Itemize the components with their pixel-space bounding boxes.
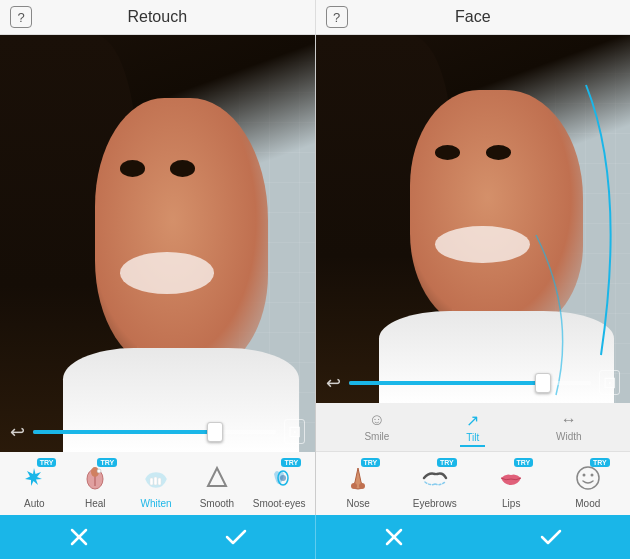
heal-icon: TRY: [77, 460, 113, 496]
whiten-label: Whiten: [141, 498, 172, 509]
right-bottom-panel: [315, 515, 631, 559]
eyebrows-try-badge: TRY: [437, 458, 457, 467]
width-tab-label: Width: [556, 431, 582, 442]
tool-smootheyes[interactable]: TRY Smoot·eyes: [253, 460, 306, 509]
face-tab-smile[interactable]: ☺ Smile: [358, 409, 395, 447]
left-confirm-button[interactable]: [218, 519, 254, 555]
right-copy-btn[interactable]: ⊡: [599, 370, 620, 395]
right-photo-area: ↩ ⊡: [316, 35, 630, 403]
smile-icon: ☺: [369, 411, 385, 429]
smile-tab-label: Smile: [364, 431, 389, 442]
right-tools-row: TRY Nose TRY Eyebrows: [316, 452, 630, 515]
mood-label: Mood: [575, 498, 600, 509]
right-slider-thumb[interactable]: [535, 373, 551, 393]
tool-auto[interactable]: TRY Auto: [9, 460, 59, 509]
tilt-icon: ↗: [466, 411, 479, 430]
right-panel-header: ? Face: [315, 0, 631, 34]
svg-point-11: [359, 483, 365, 489]
left-help-button[interactable]: ?: [10, 6, 32, 28]
lips-label: Lips: [502, 498, 520, 509]
tool-mood[interactable]: TRY Mood: [563, 460, 613, 509]
auto-icon: TRY: [16, 460, 52, 496]
face-tab-width[interactable]: ↔ Width: [550, 409, 588, 447]
mood-icon: TRY: [570, 460, 606, 496]
svg-point-9: [280, 475, 286, 481]
right-help-button[interactable]: ?: [326, 6, 348, 28]
nose-icon: TRY: [340, 460, 376, 496]
svg-point-10: [351, 483, 357, 489]
smootheyes-try-badge: TRY: [281, 458, 301, 467]
eyebrows-icon: TRY: [417, 460, 453, 496]
top-bar: ? Retouch ? Face: [0, 0, 630, 35]
left-panel-header: ? Retouch: [0, 0, 315, 34]
svg-point-12: [577, 467, 599, 489]
right-undo-btn[interactable]: ↩: [326, 372, 341, 394]
left-panel-title: Retouch: [127, 8, 187, 26]
left-copy-btn[interactable]: ⊡: [284, 419, 305, 444]
svg-point-13: [582, 474, 585, 477]
left-tools-row: TRY Auto TRY Heal: [0, 452, 315, 515]
tool-smooth[interactable]: Smooth: [192, 460, 242, 509]
left-undo-btn[interactable]: ↩: [10, 421, 25, 443]
svg-point-14: [590, 474, 593, 477]
nose-label: Nose: [347, 498, 370, 509]
right-confirm-button[interactable]: [533, 519, 569, 555]
tilt-tab-label: Tilt: [466, 432, 479, 443]
main-content: ↩ ⊡ TRY: [0, 35, 630, 515]
face-tabs: ☺ Smile ↗ Tilt ↔ Width: [316, 403, 630, 452]
left-cancel-button[interactable]: [61, 519, 97, 555]
width-icon: ↔: [561, 411, 577, 429]
heal-try-badge: TRY: [97, 458, 117, 467]
whiten-icon: [138, 460, 174, 496]
auto-try-badge: TRY: [37, 458, 57, 467]
tool-heal[interactable]: TRY Heal: [70, 460, 120, 509]
right-cancel-button[interactable]: [376, 519, 412, 555]
svg-rect-4: [150, 478, 153, 485]
left-photo-area: ↩ ⊡: [0, 35, 315, 452]
svg-marker-7: [208, 468, 226, 486]
right-photo-panel: ↩ ⊡ ☺ Smile ↗ Tilt: [315, 35, 630, 515]
left-photo-panel: ↩ ⊡ TRY: [0, 35, 315, 515]
left-slider-thumb[interactable]: [207, 422, 223, 442]
lips-try-badge: TRY: [514, 458, 534, 467]
svg-point-3: [97, 469, 101, 473]
heal-label: Heal: [85, 498, 106, 509]
smootheyes-label: Smoot·eyes: [253, 498, 306, 509]
nose-try-badge: TRY: [361, 458, 381, 467]
smooth-label: Smooth: [200, 498, 234, 509]
tool-eyebrows[interactable]: TRY Eyebrows: [410, 460, 460, 509]
left-bottom-panel: [0, 515, 315, 559]
tool-whiten[interactable]: Whiten: [131, 460, 181, 509]
tool-nose[interactable]: TRY Nose: [333, 460, 383, 509]
smooth-icon: [199, 460, 235, 496]
eyebrows-label: Eyebrows: [413, 498, 457, 509]
tool-lips[interactable]: TRY Lips: [486, 460, 536, 509]
bottom-bar: [0, 515, 630, 559]
mood-try-badge: TRY: [590, 458, 610, 467]
lips-icon: TRY: [493, 460, 529, 496]
face-tab-tilt[interactable]: ↗ Tilt: [460, 409, 485, 447]
svg-rect-6: [158, 478, 161, 485]
right-panel-title: Face: [455, 8, 491, 26]
auto-label: Auto: [24, 498, 45, 509]
svg-rect-5: [154, 477, 157, 485]
smootheyes-icon: TRY: [261, 460, 297, 496]
